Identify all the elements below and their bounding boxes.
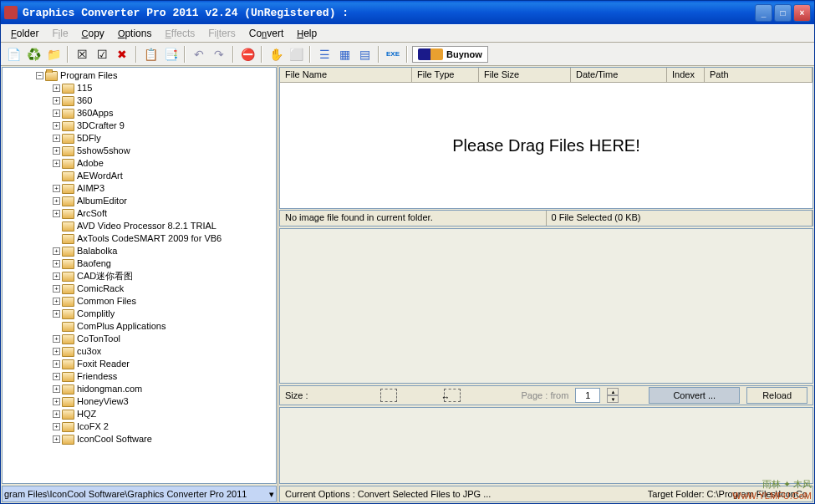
expand-icon[interactable]: +: [53, 285, 60, 293]
convert-button[interactable]: Convert ...: [649, 387, 740, 404]
expand-icon[interactable]: +: [53, 197, 60, 205]
expand-icon[interactable]: +: [53, 135, 60, 142]
exe-icon[interactable]: EXE: [384, 45, 402, 64]
redo-icon[interactable]: ↷: [210, 45, 228, 64]
paste-icon[interactable]: 📑: [161, 45, 180, 64]
copy-icon[interactable]: 📋: [141, 45, 160, 64]
tree-item[interactable]: +hidongman.com: [3, 383, 276, 395]
tree-root-item[interactable]: −Program Files: [3, 69, 276, 82]
expand-icon[interactable]: +: [53, 423, 60, 430]
tree-item[interactable]: AxTools CodeSMART 2009 for VB6: [3, 232, 276, 245]
tree-item[interactable]: +5show5show: [3, 145, 276, 157]
expand-icon[interactable]: +: [53, 410, 60, 418]
expand-icon[interactable]: +: [53, 398, 60, 405]
tree-item[interactable]: +IconCool Software: [3, 433, 276, 445]
tree-item[interactable]: +360Apps: [3, 107, 276, 120]
undo-icon[interactable]: ↶: [190, 45, 208, 64]
view-thumb-icon[interactable]: ▤: [355, 45, 374, 64]
expand-icon[interactable]: +: [53, 310, 60, 318]
tree-item[interactable]: +115: [3, 82, 276, 94]
tree-item[interactable]: +3DCrafter 9: [3, 120, 276, 132]
menu-copy[interactable]: Copy: [75, 26, 111, 41]
col-index[interactable]: Index: [667, 68, 705, 82]
chevron-down-icon[interactable]: ▾: [269, 489, 274, 500]
stop-icon[interactable]: ⛔: [238, 45, 257, 64]
tree-item[interactable]: +AlbumEditor: [3, 195, 276, 207]
crop-1-button[interactable]: [380, 389, 397, 402]
tree-item[interactable]: +cu3ox: [3, 345, 276, 358]
fit-icon[interactable]: ⬜: [287, 45, 305, 64]
maximize-button[interactable]: □: [774, 4, 792, 22]
menu-file[interactable]: File: [45, 26, 74, 41]
close-button[interactable]: ×: [793, 4, 811, 22]
expand-icon[interactable]: +: [53, 210, 60, 217]
delete-icon[interactable]: ✖: [113, 45, 131, 64]
uncheck-icon[interactable]: ☒: [73, 45, 91, 64]
page-down-button[interactable]: ▼: [607, 395, 619, 403]
tree-item[interactable]: +Foxit Reader: [3, 358, 276, 370]
file-list[interactable]: File Name File Type File Size Date/Time …: [279, 67, 813, 209]
col-datetime[interactable]: Date/Time: [571, 68, 667, 82]
open-folder-icon[interactable]: 📁: [44, 45, 63, 64]
new-icon[interactable]: 📄: [4, 45, 23, 64]
expand-icon[interactable]: +: [53, 122, 60, 130]
menu-folder[interactable]: Folder: [4, 26, 45, 41]
view-grid-icon[interactable]: ▦: [335, 45, 354, 64]
hand-icon[interactable]: ✋: [267, 45, 285, 64]
tree-item[interactable]: +5DFly: [3, 132, 276, 145]
refresh-icon[interactable]: ♻️: [24, 45, 43, 64]
tree-item[interactable]: AVD Video Processor 8.2.1 TRIAL: [3, 220, 276, 232]
tree-item[interactable]: ComPlus Applications: [3, 320, 276, 333]
expand-icon[interactable]: +: [53, 360, 60, 368]
tree-item[interactable]: +IcoFX 2: [3, 420, 276, 433]
expand-icon[interactable]: +: [53, 160, 60, 167]
reload-button[interactable]: Reload: [746, 387, 807, 404]
expand-icon[interactable]: +: [53, 298, 60, 305]
expand-icon[interactable]: +: [53, 260, 60, 267]
page-up-button[interactable]: ▲: [607, 388, 619, 395]
tree-item[interactable]: +HoneyView3: [3, 395, 276, 408]
tree-item[interactable]: +HQZ: [3, 408, 276, 420]
col-filesize[interactable]: File Size: [479, 68, 571, 82]
expand-icon[interactable]: +: [53, 97, 60, 104]
view-list-icon[interactable]: ☰: [315, 45, 334, 64]
tree-item[interactable]: +ComicRack: [3, 283, 276, 295]
tree-item[interactable]: +ArcSoft: [3, 207, 276, 220]
menu-convert[interactable]: Convert: [242, 26, 290, 41]
tree-item[interactable]: +Common Files: [3, 295, 276, 308]
expand-icon[interactable]: +: [53, 185, 60, 192]
page-input[interactable]: [575, 388, 600, 403]
expand-icon[interactable]: +: [53, 385, 60, 393]
expand-icon[interactable]: +: [53, 373, 60, 380]
col-filetype[interactable]: File Type: [412, 68, 479, 82]
tree-item[interactable]: +CAD迷你看图: [3, 270, 276, 283]
drag-message[interactable]: Please Drag Files HERE!: [280, 83, 812, 208]
expand-icon[interactable]: +: [53, 348, 60, 355]
expand-icon[interactable]: +: [53, 247, 60, 255]
menu-help[interactable]: Help: [290, 26, 323, 41]
tree-item[interactable]: +360: [3, 94, 276, 107]
tree-item[interactable]: +CoTonTool: [3, 333, 276, 345]
crop-2-button[interactable]: ↔: [444, 389, 461, 402]
menu-options[interactable]: Options: [111, 26, 159, 41]
collapse-icon[interactable]: −: [36, 72, 43, 79]
menu-filters[interactable]: Filters: [201, 26, 242, 41]
expand-icon[interactable]: +: [53, 435, 60, 443]
expand-icon[interactable]: +: [53, 272, 60, 280]
col-path[interactable]: Path: [705, 68, 812, 82]
tree-item[interactable]: +AIMP3: [3, 182, 276, 195]
tree-item[interactable]: +Friendess: [3, 370, 276, 383]
buynow-button[interactable]: Buynow: [412, 46, 488, 63]
expand-icon[interactable]: +: [53, 335, 60, 343]
minimize-button[interactable]: _: [755, 4, 772, 22]
tree-item[interactable]: +Complitly: [3, 308, 276, 320]
expand-icon[interactable]: +: [53, 84, 60, 92]
check-icon[interactable]: ☑: [93, 45, 111, 64]
tree-item[interactable]: +Adobe: [3, 157, 276, 170]
folder-tree[interactable]: −Program Files+115+360+360Apps+3DCrafter…: [2, 67, 277, 484]
tree-item[interactable]: +Balabolka: [3, 245, 276, 257]
path-bar[interactable]: gram Files\IconCool Software\Graphics Co…: [2, 486, 277, 502]
menu-effects[interactable]: Effects: [158, 26, 201, 41]
expand-icon[interactable]: +: [53, 109, 60, 117]
expand-icon[interactable]: +: [53, 147, 60, 155]
